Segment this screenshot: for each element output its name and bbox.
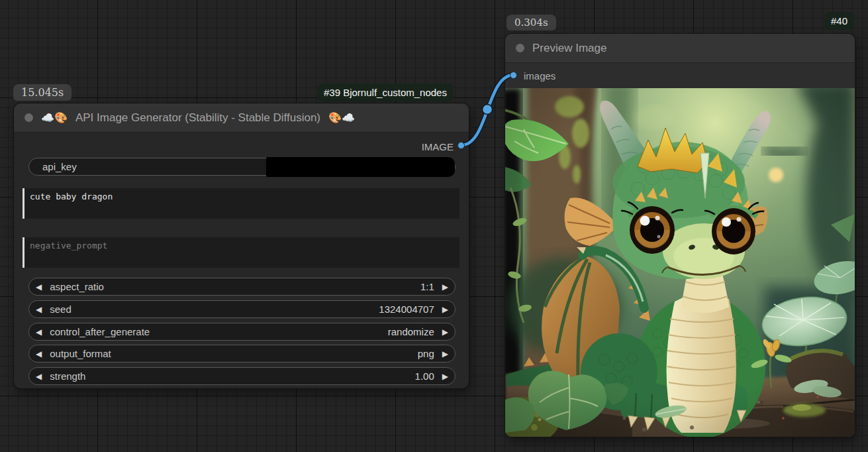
link-midpoint-dot[interactable]	[483, 105, 493, 115]
widget-label: aspect_ratio	[50, 281, 104, 292]
node-title: Preview Image	[532, 42, 606, 55]
prompt-textarea[interactable]: cute baby dragon	[23, 188, 459, 219]
image-output-label: IMAGE	[422, 141, 454, 152]
widget-strength[interactable]: ◀ strength 1.00 ▶	[28, 367, 456, 385]
widget-seed[interactable]: ◀ seed 1324004707 ▶	[28, 300, 456, 318]
negative-prompt-textarea[interactable]: negative_prompt	[23, 237, 459, 268]
node-title: API Image Generator (Stability - Stable …	[75, 111, 320, 125]
widget-output-format[interactable]: ◀ output_format png ▶	[28, 345, 456, 363]
increment-arrow-icon[interactable]: ▶	[442, 328, 448, 336]
decrement-arrow-icon[interactable]: ◀	[36, 372, 42, 380]
execution-time-badge: 15.045s	[13, 84, 72, 101]
decrement-arrow-icon[interactable]: ◀	[36, 350, 42, 358]
collapse-dot-icon[interactable]	[24, 113, 33, 122]
widget-label: strength	[50, 370, 85, 382]
node-title-bar[interactable]: ☁️🎨 API Image Generator (Stability - Sta…	[14, 103, 469, 133]
increment-arrow-icon[interactable]: ▶	[442, 350, 448, 358]
widget-label: output_format	[50, 348, 111, 359]
decrement-arrow-icon[interactable]: ◀	[36, 283, 42, 291]
increment-arrow-icon[interactable]: ▶	[442, 283, 448, 291]
widget-value: png	[418, 348, 434, 359]
decrement-arrow-icon[interactable]: ◀	[36, 306, 42, 313]
node-id-badge: #40	[824, 12, 854, 30]
decrement-arrow-icon[interactable]: ◀	[36, 328, 42, 336]
widget-value: 1:1	[420, 281, 434, 292]
widget-control-after-generate[interactable]: ◀ control_after_generate randomize ▶	[28, 323, 456, 341]
api-image-generator-node[interactable]: ☁️🎨 API Image Generator (Stability - Sta…	[13, 103, 469, 389]
image-output-port[interactable]	[458, 142, 465, 149]
execution-time-badge: 0.304s	[506, 15, 556, 30]
increment-arrow-icon[interactable]: ▶	[442, 306, 448, 313]
vignette-overlay	[505, 88, 855, 437]
collapse-dot-icon[interactable]	[516, 44, 524, 52]
images-input-label: images	[524, 70, 555, 82]
preview-image-node[interactable]: Preview Image images	[505, 33, 855, 437]
api-key-field[interactable]: api_key	[28, 158, 456, 176]
api-key-label: api_key	[42, 161, 77, 172]
images-input-port[interactable]	[510, 72, 517, 79]
node-title-bar[interactable]: Preview Image	[505, 34, 855, 63]
image-output-slot: IMAGE	[422, 138, 454, 155]
widget-aspect-ratio[interactable]: ◀ aspect_ratio 1:1 ▶	[28, 278, 456, 296]
cloud-palette-icon: ☁️🎨	[41, 111, 68, 124]
preview-image	[505, 88, 855, 437]
node-graph-canvas[interactable]: 15.045s #39 Bjornulf_custom_nodes ☁️🎨 AP…	[0, 0, 868, 452]
widget-value: 1.00	[415, 370, 434, 382]
palette-cloud-icon: 🎨☁️	[328, 111, 355, 124]
widget-value: randomize	[388, 326, 434, 337]
widget-label: control_after_generate	[50, 326, 150, 337]
widget-value: 1324004707	[379, 304, 434, 315]
api-key-redacted-value	[266, 157, 455, 177]
images-input-slot: images	[524, 63, 555, 88]
node-id-badge: #39 Bjornulf_custom_nodes	[317, 84, 454, 101]
widget-label: seed	[50, 304, 72, 315]
increment-arrow-icon[interactable]: ▶	[442, 372, 448, 380]
